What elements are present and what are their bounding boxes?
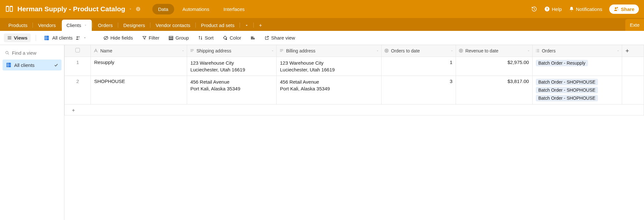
svg-rect-22: [254, 38, 255, 39]
table-tab-clients[interactable]: Clients: [62, 20, 92, 31]
base-title[interactable]: Herman Supply - Product Catalog i: [17, 5, 141, 13]
view-label: All clients: [14, 62, 34, 68]
base-icon: [5, 5, 14, 13]
chevron-down-icon[interactable]: [83, 36, 87, 40]
sidebar-view-all-clients[interactable]: All clients: [3, 60, 62, 70]
column-header-shipping[interactable]: Shipping address: [187, 45, 277, 57]
cell-shipping[interactable]: 456 Retail Avenue Port Kali, Alaska 3534…: [187, 76, 277, 104]
cell-orders-to-date[interactable]: 1: [382, 57, 456, 76]
table-tab-orders[interactable]: Orders: [93, 20, 117, 31]
chevron-down-icon[interactable]: [181, 49, 185, 52]
view-search-input[interactable]: [12, 50, 59, 56]
chevron-down-icon[interactable]: [450, 49, 454, 52]
add-table-button[interactable]: [254, 21, 267, 30]
svg-rect-17: [169, 38, 173, 39]
table-tab-products[interactable]: Products: [4, 20, 32, 31]
cell-revenue-to-date[interactable]: $2,975.00: [456, 57, 533, 76]
cell-empty: [622, 76, 644, 104]
cell-billing[interactable]: 456 Retail Avenue Port Kali, Alaska 3534…: [277, 76, 382, 104]
users-icon: [75, 35, 80, 41]
svg-rect-20: [251, 36, 252, 39]
svg-point-4: [615, 7, 617, 9]
svg-point-19: [226, 39, 227, 40]
info-icon[interactable]: i: [136, 6, 141, 12]
row-height-button[interactable]: [247, 34, 259, 42]
svg-point-5: [617, 7, 618, 8]
svg-rect-21: [252, 36, 253, 39]
sort-button[interactable]: Sort: [195, 33, 217, 42]
linked-record-pill[interactable]: Batch Order - SHOPHOUSE: [536, 87, 598, 93]
cell-billing[interactable]: 123 Warehouse City Luciechester, Utah 16…: [277, 57, 382, 76]
workspace-tabs: Data Automations Interfaces: [152, 4, 251, 14]
svg-point-23: [6, 51, 8, 54]
cell-orders-to-date[interactable]: 3: [382, 76, 456, 104]
extensions-button[interactable]: Exte: [625, 19, 644, 31]
filter-button[interactable]: Filter: [139, 33, 163, 42]
svg-text:?: ?: [546, 7, 548, 11]
views-sidebar: All clients: [0, 45, 64, 220]
row-number[interactable]: 1: [65, 57, 91, 76]
column-header-revenue-to-date[interactable]: Revenue to date: [456, 45, 533, 57]
color-button[interactable]: Color: [219, 33, 244, 42]
cell-orders[interactable]: Batch Order - Resupply: [532, 57, 622, 76]
table-row[interactable]: 2SHOPHOUSE456 Retail Avenue Port Kali, A…: [65, 76, 644, 104]
svg-point-13: [76, 36, 78, 38]
svg-point-14: [78, 36, 79, 37]
linked-record-pill[interactable]: Batch Order - Resupply: [536, 60, 588, 66]
chevron-down-icon[interactable]: [84, 23, 87, 27]
cell-name[interactable]: Resupply: [91, 57, 187, 76]
cell-shipping[interactable]: 123 Warehouse City Luciechester, Utah 16…: [187, 57, 277, 76]
share-view-button[interactable]: Share view: [261, 33, 298, 42]
cell-orders[interactable]: Batch Order - SHOPHOUSEBatch Order - SHO…: [532, 76, 622, 104]
hide-fields-button[interactable]: Hide fields: [100, 33, 136, 42]
view-search[interactable]: [3, 48, 62, 60]
checkbox-icon[interactable]: [75, 48, 80, 52]
select-all-header[interactable]: [65, 45, 91, 57]
grid-icon: [44, 35, 50, 41]
svg-rect-16: [169, 36, 173, 37]
column-header-billing[interactable]: Billing address: [277, 45, 382, 57]
linked-record-pill[interactable]: Batch Order - SHOPHOUSE: [536, 79, 598, 85]
chevron-down-icon[interactable]: [376, 49, 379, 52]
views-button[interactable]: Views: [4, 33, 31, 42]
history-icon[interactable]: [531, 6, 537, 12]
current-view-button[interactable]: All clients: [41, 33, 89, 42]
cell-name[interactable]: SHOPHOUSE: [91, 76, 187, 104]
tab-interfaces[interactable]: Interfaces: [218, 4, 251, 14]
chevron-down-icon[interactable]: [271, 49, 274, 52]
table-tab-vendors[interactable]: Vendors: [33, 20, 60, 31]
share-button[interactable]: Share: [609, 5, 639, 14]
table-tab-designers[interactable]: Designers: [119, 20, 150, 31]
column-header-orders-to-date[interactable]: Orders to date: [382, 45, 456, 57]
cell-empty: [622, 57, 644, 76]
chevron-down-icon[interactable]: [128, 7, 132, 11]
add-column-button[interactable]: [622, 45, 644, 57]
view-toolbar: Views All clients Hide fields Filter Gro…: [0, 31, 644, 45]
linked-record-pill[interactable]: Batch Order - SHOPHOUSE: [536, 95, 598, 101]
group-button[interactable]: Group: [165, 33, 192, 42]
tab-automations[interactable]: Automations: [177, 4, 215, 14]
svg-rect-9: [45, 36, 49, 40]
table-tab-vendor-contacts[interactable]: Vendor contacts: [151, 20, 195, 31]
app-header: Herman Supply - Product Catalog i Data A…: [0, 0, 644, 18]
column-header-orders[interactable]: Orders: [532, 45, 622, 57]
grid-icon: [6, 62, 12, 68]
svg-point-40: [461, 50, 461, 51]
chevron-down-icon[interactable]: [527, 49, 530, 52]
table-tab-product-ad-sets[interactable]: Product ad sets: [196, 20, 239, 31]
search-icon: [5, 50, 9, 55]
svg-point-37: [386, 50, 387, 51]
notifications-button[interactable]: Notifications: [569, 6, 602, 12]
table-row[interactable]: 1Resupply123 Warehouse City Luciechester…: [65, 57, 644, 76]
cell-revenue-to-date[interactable]: $3,817.00: [456, 76, 533, 104]
more-tables-button[interactable]: [241, 21, 253, 30]
row-number[interactable]: 2: [65, 76, 91, 104]
chevron-down-icon[interactable]: [616, 49, 620, 52]
check-icon: [54, 63, 58, 67]
tab-data[interactable]: Data: [152, 4, 174, 14]
column-header-name[interactable]: Name: [91, 45, 187, 57]
help-button[interactable]: ? Help: [544, 6, 562, 12]
svg-rect-18: [169, 39, 173, 40]
add-row-button[interactable]: [65, 104, 644, 115]
svg-rect-25: [6, 63, 11, 67]
